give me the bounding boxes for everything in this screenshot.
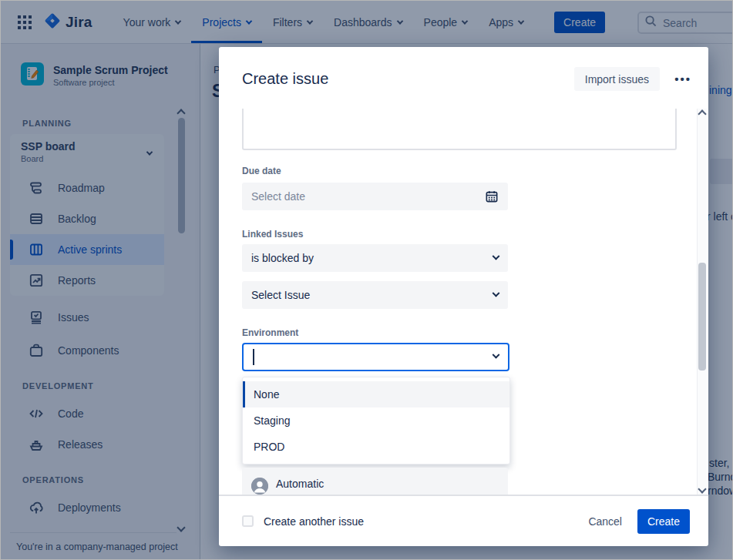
modal-footer: Create another issue Cancel Create	[219, 495, 708, 546]
jira-app-window: Jira Your work Projects Filters Dashboar…	[0, 0, 733, 560]
environment-label: Environment	[242, 327, 298, 338]
option-prod[interactable]: PROD	[243, 434, 509, 460]
environment-dropdown: None Staging PROD	[242, 377, 510, 464]
cancel-button[interactable]: Cancel	[580, 511, 630, 532]
modal-scrollbar-thumb[interactable]	[698, 263, 706, 371]
more-actions-button[interactable]: •••	[674, 67, 691, 91]
due-date-field[interactable]: Select date	[242, 183, 508, 210]
scroll-up-icon[interactable]	[698, 109, 706, 118]
modal-title: Create issue	[242, 70, 328, 88]
option-staging[interactable]: Staging	[243, 407, 509, 434]
scroll-down-icon[interactable]	[698, 485, 706, 493]
modal-header: Create issue Import issues •••	[219, 47, 708, 109]
due-date-label: Due date	[242, 166, 281, 176]
linked-issue-select[interactable]: Select Issue	[242, 281, 508, 309]
description-textarea[interactable]	[242, 109, 677, 150]
import-issues-button[interactable]: Import issues	[574, 67, 660, 91]
modal-body: Due date Select date Linked Issues is bl…	[219, 109, 708, 495]
assignee-field[interactable]: Automatic	[242, 468, 508, 495]
avatar-icon	[251, 478, 268, 495]
calendar-icon	[485, 189, 499, 203]
chevron-down-icon	[493, 351, 500, 359]
link-type-select[interactable]: is blocked by	[242, 244, 508, 272]
linked-issues-label: Linked Issues	[242, 229, 303, 240]
create-button[interactable]: Create	[637, 509, 690, 534]
option-none[interactable]: None	[243, 381, 509, 407]
create-another-label: Create another issue	[264, 515, 364, 528]
create-issue-modal: Create issue Import issues ••• Due date …	[219, 47, 708, 546]
chevron-down-icon	[493, 252, 500, 260]
text-caret	[253, 349, 254, 365]
create-another-checkbox[interactable]	[242, 515, 254, 527]
chevron-down-icon	[493, 289, 500, 297]
environment-input[interactable]	[242, 343, 509, 371]
modal-scrollbar[interactable]	[697, 109, 707, 496]
